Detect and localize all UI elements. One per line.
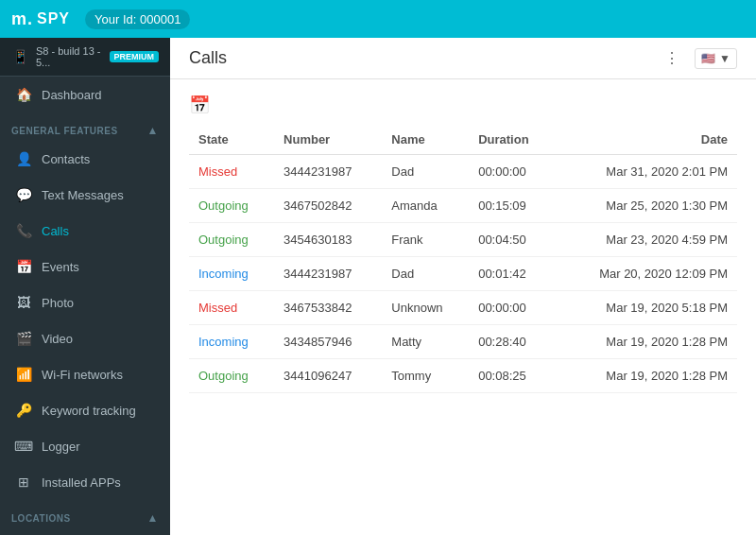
dashboard-label: Dashboard <box>42 88 102 102</box>
photo-label: Photo <box>42 296 74 310</box>
text-messages-icon: 💬 <box>15 186 32 203</box>
table-row: Outgoing 3454630183 Frank 00:04:50 Mar 2… <box>189 223 737 257</box>
keyword-label: Keyword tracking <box>42 404 136 418</box>
events-label: Events <box>42 260 79 274</box>
video-label: Video <box>42 332 73 346</box>
cell-date: Mar 31, 2020 2:01 PM <box>555 155 737 189</box>
cell-duration: 00:04:50 <box>469 223 555 257</box>
sidebar-item-gps-locations[interactable]: 📍 GPS Locations <box>0 528 170 535</box>
more-options-button[interactable]: ⋮ <box>659 45 685 72</box>
sidebar-item-events[interactable]: 📅 Events <box>0 249 170 285</box>
sidebar-item-contacts[interactable]: 👤 Contacts <box>0 141 170 177</box>
calls-table-area: 📅 State Number Name Duration Date Missed… <box>170 79 756 535</box>
sidebar-item-text-messages[interactable]: 💬 Text Messages <box>0 177 170 213</box>
sidebar-item-calls[interactable]: 📞 Calls <box>0 213 170 249</box>
header-actions: ⋮ 🇺🇸 ▼ <box>659 45 737 72</box>
cell-date: Mar 19, 2020 5:18 PM <box>555 291 737 325</box>
col-state: State <box>189 125 274 155</box>
calls-label: Calls <box>42 224 69 238</box>
installed-apps-label: Installed APPs <box>42 475 121 490</box>
col-name: Name <box>382 125 469 155</box>
table-row: Missed 3467533842 Unknown 00:00:00 Mar 1… <box>189 291 737 325</box>
cell-state: Missed <box>189 291 274 325</box>
cell-date: Mar 19, 2020 1:28 PM <box>555 325 737 359</box>
cell-state: Outgoing <box>189 189 274 223</box>
table-header: State Number Name Duration Date <box>189 125 737 155</box>
events-icon: 📅 <box>15 258 32 275</box>
cell-number: 3441096247 <box>274 359 382 393</box>
cell-name: Dad <box>382 155 469 189</box>
sidebar-item-wifi[interactable]: 📶 Wi-Fi networks <box>0 356 170 392</box>
sidebar-item-keyword-tracking[interactable]: 🔑 Keyword tracking <box>0 392 170 428</box>
cell-state: Outgoing <box>189 223 274 257</box>
wifi-label: Wi-Fi networks <box>42 368 123 382</box>
cell-number: 3467533842 <box>274 291 382 325</box>
sidebar-item-dashboard[interactable]: 🏠 Dashboard <box>0 77 170 112</box>
flag-chevron: ▼ <box>719 52 730 65</box>
cell-name: Dad <box>382 257 469 291</box>
sidebar-item-photo[interactable]: 🖼 Photo <box>0 285 170 320</box>
device-label: S8 - build 13 - 5... <box>36 45 102 68</box>
photo-icon: 🖼 <box>15 294 32 311</box>
cell-number: 3434857946 <box>274 325 382 359</box>
sidebar-item-video[interactable]: 🎬 Video <box>0 320 170 356</box>
cell-number: 3444231987 <box>274 155 382 189</box>
cell-duration: 00:15:09 <box>469 189 555 223</box>
cell-name: Amanda <box>382 189 469 223</box>
device-bar: 📱 S8 - build 13 - 5... PREMIUM <box>0 38 170 77</box>
locations-chevron: ▲ <box>147 511 159 525</box>
contacts-label: Contacts <box>42 152 90 166</box>
table-row: Incoming 3434857946 Matty 00:28:40 Mar 1… <box>189 325 737 359</box>
table-row: Missed 3444231987 Dad 00:00:00 Mar 31, 2… <box>189 155 737 189</box>
general-features-header: GENERAL FEATURES ▲ <box>0 116 170 141</box>
device-icon: 📱 <box>11 48 28 65</box>
flag-icon: 🇺🇸 <box>701 52 715 65</box>
cell-number: 3454630183 <box>274 223 382 257</box>
main-layout: 📱 S8 - build 13 - 5... PREMIUM 🏠 Dashboa… <box>0 38 756 535</box>
general-features-label: GENERAL FEATURES <box>11 126 118 136</box>
text-messages-label: Text Messages <box>42 188 124 202</box>
content-area: Calls ⋮ 🇺🇸 ▼ 📅 State Number Name <box>170 38 756 535</box>
cell-duration: 00:00:00 <box>469 155 555 189</box>
col-date: Date <box>555 125 737 155</box>
calls-icon: 📞 <box>15 222 32 239</box>
cell-name: Frank <box>382 223 469 257</box>
table-row: Incoming 3444231987 Dad 00:01:42 Mar 20,… <box>189 257 737 291</box>
general-features-chevron: ▲ <box>147 124 159 137</box>
wifi-icon: 📶 <box>15 366 32 383</box>
page-title: Calls <box>189 48 227 68</box>
calendar-icon-row: 📅 <box>189 89 737 125</box>
keyword-icon: 🔑 <box>15 402 32 419</box>
home-icon: 🏠 <box>15 86 32 103</box>
cell-state: Incoming <box>189 325 274 359</box>
cell-number: 3467502842 <box>274 189 382 223</box>
table-row: Outgoing 3467502842 Amanda 00:15:09 Mar … <box>189 189 737 223</box>
cell-name: Matty <box>382 325 469 359</box>
locations-label: LOCATIONS <box>11 513 71 524</box>
calls-table: State Number Name Duration Date Missed 3… <box>189 125 737 393</box>
language-selector[interactable]: 🇺🇸 ▼ <box>695 48 737 69</box>
cell-duration: 00:28:40 <box>469 325 555 359</box>
cell-name: Tommy <box>382 359 469 393</box>
cell-state: Outgoing <box>189 359 274 393</box>
installed-apps-icon: ⊞ <box>15 474 32 491</box>
topbar: m.SPY Your Id: 000001 <box>0 0 756 38</box>
sidebar-item-logger[interactable]: ⌨ Logger <box>0 428 170 464</box>
cell-date: Mar 23, 2020 4:59 PM <box>555 223 737 257</box>
premium-badge: PREMIUM <box>110 51 160 62</box>
sidebar-item-installed-apps[interactable]: ⊞ Installed APPs <box>0 464 170 500</box>
col-number: Number <box>274 125 382 155</box>
contacts-icon: 👤 <box>15 150 32 167</box>
col-duration: Duration <box>469 125 555 155</box>
content-header: Calls ⋮ 🇺🇸 ▼ <box>170 38 756 79</box>
video-icon: 🎬 <box>15 330 32 347</box>
cell-number: 3444231987 <box>274 257 382 291</box>
user-id: Your Id: 000001 <box>85 9 190 29</box>
locations-header: LOCATIONS ▲ <box>0 504 170 528</box>
logger-label: Logger <box>42 440 79 454</box>
cell-duration: 00:00:00 <box>469 291 555 325</box>
table-body: Missed 3444231987 Dad 00:00:00 Mar 31, 2… <box>189 155 737 393</box>
cell-state: Missed <box>189 155 274 189</box>
cell-date: Mar 20, 2020 12:09 PM <box>555 257 737 291</box>
table-row: Outgoing 3441096247 Tommy 00:08:25 Mar 1… <box>189 359 737 393</box>
